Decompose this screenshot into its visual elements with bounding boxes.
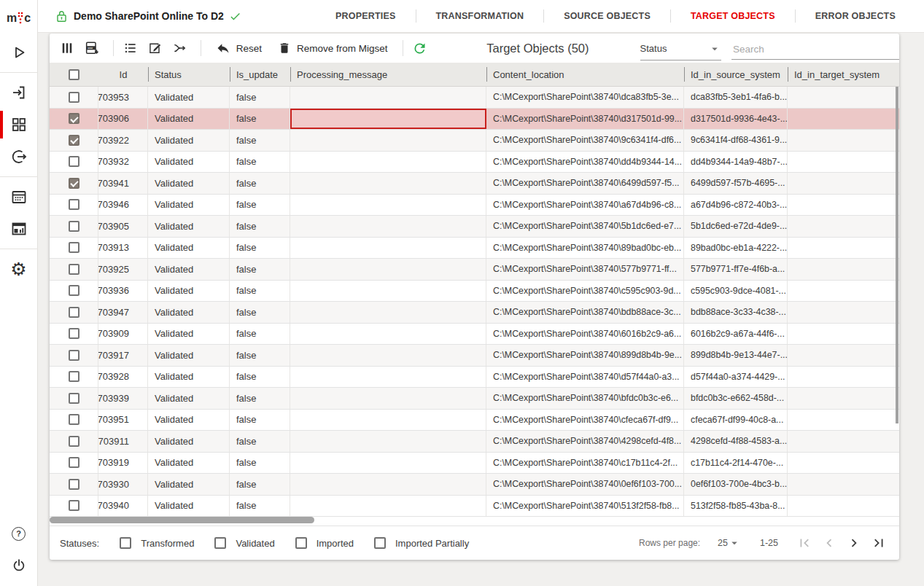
tab-properties[interactable]: PROPERTIES bbox=[316, 11, 416, 21]
column-header-status[interactable]: Status bbox=[148, 63, 230, 86]
column-header-content-location[interactable]: Content_location bbox=[486, 63, 684, 86]
status-filter-validated[interactable]: Validated bbox=[214, 537, 274, 549]
status-filter-imported-partially[interactable]: Imported Partially bbox=[374, 537, 469, 549]
column-header-is-update[interactable]: Is_update bbox=[230, 63, 290, 86]
row-checkbox[interactable] bbox=[69, 199, 79, 210]
transformed-checkbox[interactable] bbox=[120, 537, 131, 549]
select-all-checkbox[interactable] bbox=[69, 69, 79, 80]
cell-id-in-target-system bbox=[788, 410, 899, 431]
tab-target-objects[interactable]: TARGET OBJECTS bbox=[671, 11, 795, 21]
table-footer: Statuses: Transformed Validated Imported… bbox=[50, 526, 899, 560]
table-row[interactable]: 703940ValidatedfalseC:\MCexport\SharePoi… bbox=[50, 496, 899, 517]
row-checkbox[interactable] bbox=[69, 264, 79, 275]
sidebar-item-migsets[interactable] bbox=[0, 109, 38, 141]
edit-button[interactable] bbox=[144, 36, 166, 60]
sidebar-item-export[interactable] bbox=[0, 141, 38, 173]
cell-id-in-target-system bbox=[788, 173, 899, 194]
table-row[interactable]: 703909ValidatedfalseC:\MCexport\SharePoi… bbox=[50, 324, 899, 345]
row-checkbox[interactable] bbox=[69, 178, 79, 189]
row-checkbox[interactable] bbox=[69, 242, 79, 253]
next-page-button[interactable] bbox=[845, 534, 863, 552]
sidebar-item-import[interactable] bbox=[0, 77, 38, 109]
export-csv-button[interactable]: csv bbox=[82, 36, 103, 60]
cell-id-in-target-system bbox=[788, 453, 899, 474]
table-row[interactable]: 703932ValidatedfalseC:\MCexport\SharePoi… bbox=[50, 152, 899, 173]
row-checkbox[interactable] bbox=[69, 500, 79, 511]
vertical-scrollbar[interactable] bbox=[896, 87, 898, 423]
row-checkbox[interactable] bbox=[69, 221, 79, 232]
sidebar-item-scheduler[interactable] bbox=[0, 181, 38, 213]
reset-button[interactable]: Reset bbox=[216, 41, 262, 55]
sidebar-item-run[interactable] bbox=[0, 36, 38, 69]
validated-checkbox[interactable] bbox=[214, 537, 226, 549]
sidebar-item-settings[interactable]: ⚙ bbox=[0, 253, 38, 285]
column-header-id[interactable]: Id bbox=[98, 63, 148, 86]
prev-page-button[interactable] bbox=[820, 534, 838, 552]
row-checkbox[interactable] bbox=[69, 285, 79, 296]
horizontal-scrollbar[interactable] bbox=[50, 517, 314, 523]
sidebar-item-logout[interactable] bbox=[0, 550, 38, 582]
column-header-id-in-source-system[interactable]: Id_in_source_system bbox=[684, 63, 788, 86]
table-row[interactable]: 703928ValidatedfalseC:\MCexport\SharePoi… bbox=[50, 367, 899, 388]
list-view-button[interactable] bbox=[120, 36, 141, 60]
status-filter-imported[interactable]: Imported bbox=[295, 537, 354, 549]
table-row[interactable]: 703919ValidatedfalseC:\MCexport\SharePoi… bbox=[50, 453, 899, 474]
cell-id-in-source-system: c17b11c4-2f14-470e-... bbox=[684, 453, 788, 474]
column-header-id-in-target-system[interactable]: Id_in_target_system bbox=[788, 63, 899, 86]
cell-id-in-target-system bbox=[788, 130, 899, 151]
row-checkbox[interactable] bbox=[69, 328, 79, 339]
table-row[interactable]: 703936ValidatedfalseC:\MCexport\SharePoi… bbox=[50, 281, 899, 302]
row-checkbox[interactable] bbox=[69, 479, 79, 490]
table-row[interactable]: 703917ValidatedfalseC:\MCexport\SharePoi… bbox=[50, 345, 899, 367]
table-row[interactable]: 703946ValidatedfalseC:\MCexport\SharePoi… bbox=[50, 195, 899, 216]
cell-id-in-source-system: a67d4b96-c872-40b3-... bbox=[684, 195, 788, 216]
tab-source-objects[interactable]: SOURCE OBJECTS bbox=[544, 11, 670, 21]
cell-id-in-source-system: cfeca67f-df99-40c8-a... bbox=[684, 410, 788, 431]
imported-checkbox[interactable] bbox=[295, 537, 307, 549]
last-page-button[interactable] bbox=[870, 534, 888, 552]
row-checkbox[interactable] bbox=[69, 350, 79, 361]
table-row[interactable]: 703922ValidatedfalseC:\MCexport\SharePoi… bbox=[50, 130, 899, 152]
horizontal-scrollbar-track bbox=[50, 517, 899, 524]
row-checkbox[interactable] bbox=[69, 436, 79, 447]
row-checkbox[interactable] bbox=[69, 113, 79, 124]
status-filter-transformed[interactable]: Transformed bbox=[120, 537, 194, 549]
table-row[interactable]: 703913ValidatedfalseC:\MCexport\SharePoi… bbox=[50, 238, 899, 259]
row-checkbox[interactable] bbox=[69, 135, 79, 146]
rows-per-page-select[interactable]: 25 bbox=[718, 536, 741, 550]
refresh-button[interactable] bbox=[409, 36, 430, 60]
row-checkbox[interactable] bbox=[69, 156, 79, 167]
table-row[interactable]: 703925ValidatedfalseC:\MCexport\SharePoi… bbox=[50, 259, 899, 281]
cell-checkbox bbox=[50, 109, 98, 130]
remove-from-migset-button[interactable]: Remove from Migset bbox=[278, 42, 388, 55]
imported-partially-checkbox[interactable] bbox=[374, 537, 386, 549]
tab-error-objects[interactable]: ERROR OBJECTS bbox=[796, 11, 915, 21]
search-input[interactable] bbox=[731, 44, 899, 60]
status-filter-dropdown[interactable]: Status bbox=[640, 42, 722, 60]
row-checkbox[interactable] bbox=[69, 393, 79, 404]
table-row[interactable]: 703939ValidatedfalseC:\MCexport\SharePoi… bbox=[50, 388, 899, 410]
table-row[interactable]: 703905ValidatedfalseC:\MCexport\SharePoi… bbox=[50, 216, 899, 238]
table-row[interactable]: 703941ValidatedfalseC:\MCexport\SharePoi… bbox=[50, 173, 899, 195]
merge-button[interactable] bbox=[169, 36, 190, 60]
tab-transformation[interactable]: TRANSFORMATION bbox=[416, 11, 544, 21]
reset-icon bbox=[216, 41, 230, 55]
row-checkbox[interactable] bbox=[69, 457, 79, 468]
row-checkbox[interactable] bbox=[69, 92, 79, 103]
sidebar-item-help[interactable]: ? bbox=[0, 517, 38, 550]
row-checkbox[interactable] bbox=[69, 371, 79, 382]
first-page-button[interactable] bbox=[796, 534, 813, 552]
table-row[interactable]: 703911ValidatedfalseC:\MCexport\SharePoi… bbox=[50, 431, 899, 453]
row-checkbox[interactable] bbox=[69, 414, 79, 425]
table-row[interactable]: 703930ValidatedfalseC:\MCexport\SharePoi… bbox=[50, 474, 899, 496]
row-checkbox[interactable] bbox=[69, 307, 79, 318]
columns-button[interactable] bbox=[57, 36, 78, 60]
column-header-processing-message[interactable]: Processing_message bbox=[290, 63, 486, 86]
cell-checkbox bbox=[50, 345, 98, 366]
table-row[interactable]: 703953ValidatedfalseC:\MCexport\SharePoi… bbox=[50, 87, 899, 109]
sidebar-item-dashboard[interactable] bbox=[0, 213, 38, 245]
cell-is-update: false bbox=[230, 302, 290, 323]
table-row[interactable]: 703951ValidatedfalseC:\MCexport\SharePoi… bbox=[50, 410, 899, 431]
table-row[interactable]: 703947ValidatedfalseC:\MCexport\SharePoi… bbox=[50, 302, 899, 324]
table-row[interactable]: 703906ValidatedfalseC:\MCexport\SharePoi… bbox=[50, 109, 899, 130]
